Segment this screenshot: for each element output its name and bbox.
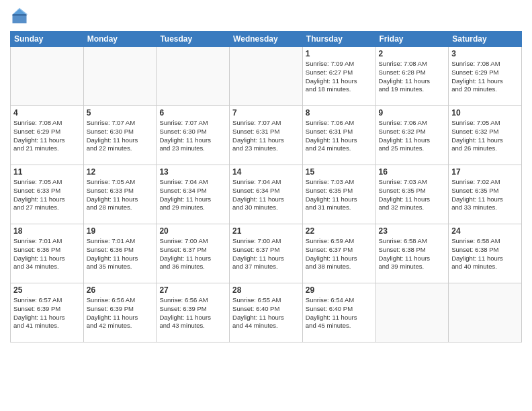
day-number: 23 [379,226,446,236]
day-number: 2 [379,49,446,58]
day-info: Sunrise: 7:07 AM Sunset: 6:30 PM Dayligh… [87,119,154,153]
calendar-header-friday: Friday [375,32,449,47]
calendar-cell: 23Sunrise: 6:58 AM Sunset: 6:38 PM Dayli… [375,224,449,283]
week-row-1: 1Sunrise: 7:09 AM Sunset: 6:27 PM Daylig… [11,47,522,106]
day-info: Sunrise: 7:07 AM Sunset: 6:30 PM Dayligh… [159,119,226,153]
calendar-header-tuesday: Tuesday [157,32,230,47]
day-info: Sunrise: 7:06 AM Sunset: 6:32 PM Dayligh… [379,119,446,153]
day-number: 8 [306,108,373,118]
day-number: 15 [306,167,373,177]
day-info: Sunrise: 7:05 AM Sunset: 6:32 PM Dayligh… [451,119,519,153]
calendar-cell: 4Sunrise: 7:08 AM Sunset: 6:29 PM Daylig… [11,106,84,165]
calendar-cell [83,47,157,106]
calendar-cell: 13Sunrise: 7:04 AM Sunset: 6:34 PM Dayli… [157,165,230,224]
day-number: 20 [159,226,226,236]
calendar-cell [449,283,522,342]
day-info: Sunrise: 7:04 AM Sunset: 6:34 PM Dayligh… [159,178,226,212]
day-info: Sunrise: 6:58 AM Sunset: 6:38 PM Dayligh… [451,237,519,271]
calendar-cell: 22Sunrise: 6:59 AM Sunset: 6:37 PM Dayli… [302,224,375,283]
calendar-cell: 21Sunrise: 7:00 AM Sunset: 6:37 PM Dayli… [230,224,303,283]
day-number: 21 [232,226,300,236]
calendar-cell: 5Sunrise: 7:07 AM Sunset: 6:30 PM Daylig… [83,106,157,165]
day-info: Sunrise: 7:02 AM Sunset: 6:35 PM Dayligh… [451,178,519,212]
day-number: 13 [159,167,226,177]
calendar-header-thursday: Thursday [302,32,375,47]
calendar-cell: 24Sunrise: 6:58 AM Sunset: 6:38 PM Dayli… [449,224,522,283]
calendar-cell: 8Sunrise: 7:06 AM Sunset: 6:31 PM Daylig… [302,106,375,165]
day-number: 5 [87,108,154,118]
calendar-cell: 26Sunrise: 6:56 AM Sunset: 6:39 PM Dayli… [83,283,157,342]
day-info: Sunrise: 7:08 AM Sunset: 6:28 PM Dayligh… [379,60,446,94]
day-info: Sunrise: 7:01 AM Sunset: 6:36 PM Dayligh… [87,237,154,271]
calendar-cell: 14Sunrise: 7:04 AM Sunset: 6:34 PM Dayli… [230,165,303,224]
day-number: 27 [159,285,226,295]
calendar-cell: 27Sunrise: 6:56 AM Sunset: 6:39 PM Dayli… [157,283,230,342]
day-info: Sunrise: 7:03 AM Sunset: 6:35 PM Dayligh… [306,178,373,212]
calendar-cell: 17Sunrise: 7:02 AM Sunset: 6:35 PM Dayli… [449,165,522,224]
calendar-cell: 15Sunrise: 7:03 AM Sunset: 6:35 PM Dayli… [302,165,375,224]
calendar-cell: 10Sunrise: 7:05 AM Sunset: 6:32 PM Dayli… [449,106,522,165]
day-number: 4 [13,108,81,118]
calendar-header-sunday: Sunday [11,32,84,47]
calendar-header-monday: Monday [83,32,157,47]
day-number: 14 [232,167,300,177]
day-info: Sunrise: 7:08 AM Sunset: 6:29 PM Dayligh… [451,60,519,94]
calendar-cell: 1Sunrise: 7:09 AM Sunset: 6:27 PM Daylig… [302,47,375,106]
day-info: Sunrise: 6:57 AM Sunset: 6:39 PM Dayligh… [13,296,81,330]
day-info: Sunrise: 7:03 AM Sunset: 6:35 PM Dayligh… [379,178,446,212]
calendar-cell: 25Sunrise: 6:57 AM Sunset: 6:39 PM Dayli… [11,283,84,342]
day-number: 9 [379,108,446,118]
day-number: 16 [379,167,446,177]
day-number: 12 [87,167,154,177]
day-number: 28 [232,285,300,295]
day-info: Sunrise: 7:08 AM Sunset: 6:29 PM Dayligh… [13,119,81,153]
week-row-5: 25Sunrise: 6:57 AM Sunset: 6:39 PM Dayli… [11,283,522,342]
day-info: Sunrise: 6:56 AM Sunset: 6:39 PM Dayligh… [87,296,154,330]
day-number: 17 [451,167,519,177]
day-number: 24 [451,226,519,236]
day-number: 25 [13,285,81,295]
calendar-header-row: SundayMondayTuesdayWednesdayThursdayFrid… [11,32,522,47]
calendar-cell: 29Sunrise: 6:54 AM Sunset: 6:40 PM Dayli… [302,283,375,342]
calendar-cell [230,47,303,106]
logo-icon [10,7,29,26]
svg-rect-2 [13,14,27,15]
day-info: Sunrise: 7:01 AM Sunset: 6:36 PM Dayligh… [13,237,81,271]
calendar-cell [157,47,230,106]
logo [10,7,32,26]
day-number: 19 [87,226,154,236]
day-info: Sunrise: 6:59 AM Sunset: 6:37 PM Dayligh… [306,237,373,271]
day-info: Sunrise: 7:00 AM Sunset: 6:37 PM Dayligh… [159,237,226,271]
day-info: Sunrise: 6:58 AM Sunset: 6:38 PM Dayligh… [379,237,446,271]
calendar-cell: 11Sunrise: 7:05 AM Sunset: 6:33 PM Dayli… [11,165,84,224]
day-info: Sunrise: 7:05 AM Sunset: 6:33 PM Dayligh… [87,178,154,212]
calendar: SundayMondayTuesdayWednesdayThursdayFrid… [10,31,522,342]
calendar-cell: 19Sunrise: 7:01 AM Sunset: 6:36 PM Dayli… [83,224,157,283]
week-row-3: 11Sunrise: 7:05 AM Sunset: 6:33 PM Dayli… [11,165,522,224]
day-info: Sunrise: 7:06 AM Sunset: 6:31 PM Dayligh… [306,119,373,153]
svg-marker-1 [13,8,28,15]
day-number: 3 [451,49,519,58]
day-info: Sunrise: 7:04 AM Sunset: 6:34 PM Dayligh… [232,178,300,212]
day-number: 11 [13,167,81,177]
day-info: Sunrise: 7:07 AM Sunset: 6:31 PM Dayligh… [232,119,300,153]
calendar-cell: 2Sunrise: 7:08 AM Sunset: 6:28 PM Daylig… [375,47,449,106]
calendar-header-wednesday: Wednesday [230,32,303,47]
calendar-cell: 9Sunrise: 7:06 AM Sunset: 6:32 PM Daylig… [375,106,449,165]
day-info: Sunrise: 7:00 AM Sunset: 6:37 PM Dayligh… [232,237,300,271]
page: SundayMondayTuesdayWednesdayThursdayFrid… [0,0,532,411]
calendar-cell: 18Sunrise: 7:01 AM Sunset: 6:36 PM Dayli… [11,224,84,283]
day-number: 10 [451,108,519,118]
calendar-cell [11,47,84,106]
day-info: Sunrise: 6:56 AM Sunset: 6:39 PM Dayligh… [159,296,226,330]
calendar-cell: 3Sunrise: 7:08 AM Sunset: 6:29 PM Daylig… [449,47,522,106]
day-number: 6 [159,108,226,118]
day-number: 26 [87,285,154,295]
day-info: Sunrise: 7:05 AM Sunset: 6:33 PM Dayligh… [13,178,81,212]
day-info: Sunrise: 6:54 AM Sunset: 6:40 PM Dayligh… [306,296,373,330]
calendar-header-saturday: Saturday [449,32,522,47]
calendar-cell: 6Sunrise: 7:07 AM Sunset: 6:30 PM Daylig… [157,106,230,165]
week-row-2: 4Sunrise: 7:08 AM Sunset: 6:29 PM Daylig… [11,106,522,165]
day-info: Sunrise: 6:55 AM Sunset: 6:40 PM Dayligh… [232,296,300,330]
calendar-cell: 16Sunrise: 7:03 AM Sunset: 6:35 PM Dayli… [375,165,449,224]
